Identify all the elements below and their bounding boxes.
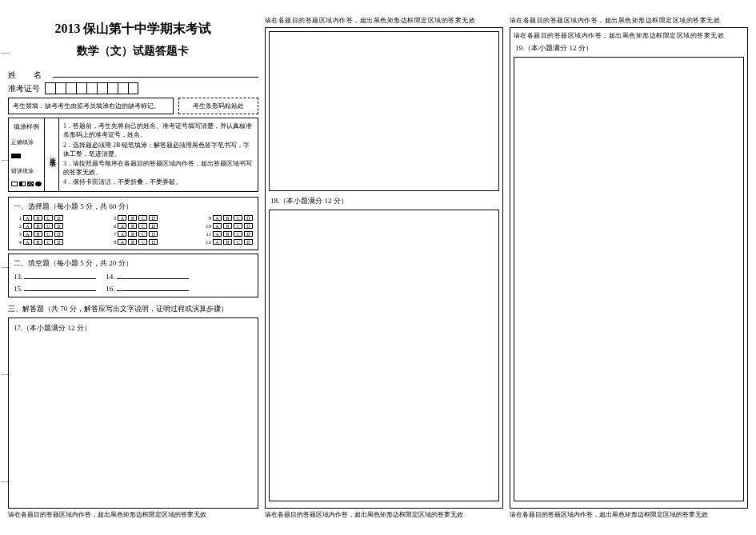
column-middle: 请在各题目的答题区域内作答，超出黑色矩形边框限定区域的答案无效 18.（本小题满… bbox=[265, 16, 503, 519]
q17-continue-area[interactable] bbox=[269, 31, 499, 191]
notice-item: 4．保持卡面清洁，不要折叠，不要弄破。 bbox=[63, 178, 254, 186]
exam-title-line1: 2013 保山第十中学期末考试 bbox=[8, 21, 258, 38]
notice-item: 2．选择题必须用 2B 铅笔填涂；解答题必须用黑色签字笔书写，字体工整，笔迹清楚… bbox=[63, 141, 254, 158]
name-row: 姓 名 bbox=[8, 70, 258, 81]
q18-label: 18.（本小题满分 12 分） bbox=[270, 196, 498, 206]
fill-item[interactable]: 15. bbox=[14, 284, 96, 293]
warning-strip-inner: 请在各题目的答题区域内作答，超出黑色矩形边框限定区域的答案无效 bbox=[514, 31, 744, 40]
barcode-area: 考生条形码粘贴处 bbox=[178, 98, 258, 114]
warning-strip: 请在各题目的答题区域内作答，超出黑色矩形边框限定区域的答案无效 bbox=[510, 16, 748, 25]
bubble-half-icon bbox=[19, 182, 26, 186]
bubble-filled-icon bbox=[11, 154, 21, 158]
q18-area[interactable] bbox=[269, 210, 499, 501]
mc-row[interactable]: 2ABCD bbox=[14, 223, 63, 230]
bubble-round-icon bbox=[35, 182, 42, 186]
name-field[interactable] bbox=[53, 70, 258, 78]
mc-header: 一、选择题（每小题 5 分，共 60 分） bbox=[14, 202, 253, 212]
mc-row[interactable]: 12ABCD bbox=[203, 239, 253, 246]
mc-section: 一、选择题（每小题 5 分，共 60 分） 1ABCD 2ABCD 3ABCD … bbox=[8, 197, 258, 250]
fill-header: 二、填空题（每小题 5 分，共 20 分） bbox=[14, 258, 253, 269]
fill-sample-notice-box: 填涂样例 正确填涂 错误填涂 注意事项 1．答题前，考生先将自己的姓名、准考证号… bbox=[8, 118, 258, 191]
answer-sheet-page: 2013 保山第十中学期末考试 数学（文）试题答题卡 姓 名 准考证号 考生禁填… bbox=[0, 0, 756, 535]
mc-row[interactable]: 10ABCD bbox=[203, 223, 253, 230]
sample-title: 填涂样例 bbox=[11, 122, 42, 131]
ticket-row: 准考证号 bbox=[8, 82, 258, 94]
mc-row[interactable]: 1ABCD bbox=[14, 215, 63, 222]
exam-title-line2: 数学（文）试题答题卡 bbox=[8, 44, 258, 58]
warning-strip: 请在各题目的答题区域内作答，超出黑色矩形边框限定区域的答案无效 bbox=[8, 510, 258, 519]
notice-vertical-label: 注意事项 bbox=[45, 118, 59, 190]
q17-area[interactable]: 17.（本小题满分 12 分） bbox=[8, 317, 258, 509]
warning-strip: 请在各题目的答题区域内作答，超出黑色矩形边框限定区域的答案无效 bbox=[265, 510, 503, 519]
wrong-sample: 错误填涂 bbox=[11, 167, 42, 175]
fill-item[interactable]: 14. bbox=[106, 272, 188, 281]
mc-grid: 1ABCD 2ABCD 3ABCD 4ABCD 5ABCD 6ABCD 7ABC… bbox=[14, 215, 253, 246]
fill-item[interactable]: 16. bbox=[106, 284, 188, 293]
column-right: 请在各题目的答题区域内作答，超出黑色矩形边框限定区域的答案无效 请在各题目的答题… bbox=[510, 16, 748, 519]
ticket-label: 准考证号 bbox=[8, 83, 40, 94]
essay-header: 三、解答题（共 70 分，解答应写出文字说明，证明过程或演算步骤） bbox=[8, 304, 258, 314]
notice-item: 1．答题前，考生先将自己的姓名、准考证号填写清楚，并认真核准条形码上的准考证号，… bbox=[63, 122, 254, 139]
name-label: 姓 名 bbox=[8, 70, 46, 81]
notice-items: 1．答题前，考生先将自己的姓名、准考证号填写清楚，并认真核准条形码上的准考证号，… bbox=[59, 118, 258, 190]
q19-label: 19.（本小题满分 12 分） bbox=[515, 43, 742, 54]
mc-row[interactable]: 11ABCD bbox=[203, 231, 253, 238]
mc-row[interactable]: 7ABCD bbox=[108, 231, 158, 238]
bubble-cross-icon bbox=[27, 182, 34, 186]
col3-frame: 请在各题目的答题区域内作答，超出黑色矩形边框限定区域的答案无效 19.（本小题满… bbox=[510, 27, 748, 509]
fill-item[interactable]: 13. bbox=[14, 272, 96, 281]
notice-item: 3．请按照题号顺序在各题目的答题区域内作答，超出答题区域书写的答案无效。 bbox=[63, 159, 254, 177]
correct-sample: 正确填涂 bbox=[11, 138, 42, 146]
column-left: 2013 保山第十中学期末考试 数学（文）试题答题卡 姓 名 准考证号 考生禁填… bbox=[8, 16, 258, 519]
mc-row[interactable]: 3ABCD bbox=[14, 231, 63, 238]
q19-area[interactable] bbox=[514, 57, 744, 501]
col2-frame: 18.（本小题满分 12 分） bbox=[265, 27, 503, 509]
mc-row[interactable]: 5ABCD bbox=[108, 215, 158, 222]
mc-row[interactable]: 6ABCD bbox=[108, 223, 158, 230]
warning-strip: 请在各题目的答题区域内作答，超出黑色矩形边框限定区域的答案无效 bbox=[265, 16, 503, 25]
fill-section: 二、填空题（每小题 5 分，共 20 分） 13. 14. 15. 16. bbox=[8, 254, 258, 297]
mc-row[interactable]: 8ABCD bbox=[108, 239, 158, 246]
bubble-empty-icon bbox=[11, 182, 18, 186]
warning-strip: 请在各题目的答题区域内作答，超出黑色矩形边框限定区域的答案无效 bbox=[510, 510, 748, 519]
q17-label: 17.（本小题满分 12 分） bbox=[14, 323, 253, 333]
mc-row[interactable]: 4ABCD bbox=[14, 239, 63, 246]
mc-row[interactable]: 9ABCD bbox=[203, 215, 253, 222]
caution-box: 考生禁填：缺考考生由监考员填涂右边的缺考标记。 bbox=[8, 98, 174, 114]
fill-sample-column: 填涂样例 正确填涂 错误填涂 bbox=[9, 118, 45, 190]
ticket-number-boxes[interactable] bbox=[45, 82, 138, 94]
caution-barcode-row: 考生禁填：缺考考生由监考员填涂右边的缺考标记。 考生条形码粘贴处 bbox=[8, 98, 258, 114]
